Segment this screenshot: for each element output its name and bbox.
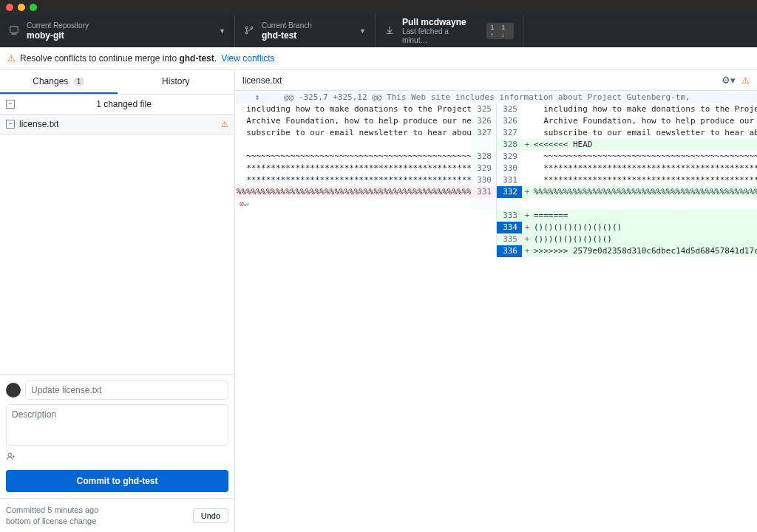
sidebar: Changes 1 History − 1 changed file − lic… [0, 70, 235, 532]
top-toolbar: Current Repository moby-git ▼ Current Br… [0, 15, 757, 47]
svg-point-4 [251, 27, 253, 29]
collapse-icon[interactable]: − [6, 100, 15, 109]
download-icon [384, 25, 395, 38]
repo-name: moby-git [27, 30, 89, 41]
commit-button[interactable]: Commit to ghd-test [6, 470, 228, 492]
repo-selector[interactable]: Current Repository moby-git ▼ [0, 15, 235, 47]
pull-sublabel: Last fetched a minut… [402, 27, 475, 45]
diff-line[interactable]: ⊘↵ [235, 198, 496, 210]
branch-icon [244, 25, 254, 38]
branch-selector[interactable]: Current Branch ghd-test ▼ [235, 15, 376, 47]
diff-panel: license.txt ⚙▾ ⚠ ⇕ @@ -325,7 +325,12 @@ … [235, 70, 757, 532]
diff-filename: license.txt [242, 75, 722, 86]
avatar [6, 383, 21, 398]
warning-icon: ⚠ [221, 120, 228, 129]
svg-rect-1 [12, 33, 17, 34]
diff-line[interactable]: 336+>>>>>>> 2579e0d2358d310c6dbec14d5d68… [497, 245, 757, 257]
chevron-down-icon: ▼ [219, 27, 225, 35]
changed-files-summary[interactable]: − 1 changed file [0, 95, 234, 115]
commit-summary-input[interactable] [25, 381, 228, 400]
diff-right-column: 325 including how to make donations to t… [496, 103, 757, 257]
hunk-header[interactable]: ⇕ @@ -325,7 +325,12 @@ This Web site inc… [235, 91, 757, 103]
svg-point-2 [245, 27, 248, 29]
diff-line[interactable]: ****************************************… [235, 174, 496, 186]
checkbox-icon[interactable]: − [6, 120, 15, 129]
diff-line[interactable]: %%%%%%%%%%%%%%%%%%%%%%%%%%%%%%%%%%%%%%%%… [235, 186, 496, 198]
diff-line[interactable]: ~~~~~~~~~~~~~~~~~~~~~~~~~~~~~~~~~~~~~~~~… [235, 151, 496, 163]
tab-changes[interactable]: Changes 1 [0, 70, 118, 94]
file-name: license.txt [19, 119, 217, 129]
svg-rect-0 [10, 26, 18, 33]
conflict-text: Resolve conflicts to continue merge into… [20, 53, 217, 64]
gear-icon[interactable]: ⚙▾ [722, 75, 736, 86]
chevron-down-icon: ▼ [359, 27, 366, 35]
diff-line[interactable]: ****************************************… [235, 163, 496, 174]
expand-icon[interactable]: ⇕ [235, 92, 279, 102]
diff-line[interactable]: 329 ~~~~~~~~~~~~~~~~~~~~~~~~~~~~~~~~~~~~… [497, 151, 757, 163]
diff-file-header: license.txt ⚙▾ ⚠ [235, 70, 757, 91]
sidebar-tabs: Changes 1 History [0, 70, 234, 95]
diff-line[interactable]: 330 ************************************… [497, 163, 757, 174]
diff-line[interactable]: 331 ************************************… [497, 174, 757, 186]
diff-line[interactable]: 332+%%%%%%%%%%%%%%%%%%%%%%%%%%%%%%%%%%%%… [497, 186, 757, 198]
changes-count: 1 [73, 78, 85, 86]
branch-name: ghd-test [262, 30, 312, 41]
view-conflicts-link[interactable]: View conflicts [221, 53, 274, 64]
last-commit-row: Committed 5 minutes ago bottom of licens… [0, 498, 234, 532]
diff-line[interactable]: 333+======= [497, 210, 757, 222]
tab-history[interactable]: History [118, 70, 235, 94]
diff-line[interactable]: Archive Foundation, how to help produce … [235, 115, 496, 127]
diff-line[interactable] [497, 198, 757, 210]
pull-button[interactable]: Pull mcdwayne Last fetched a minut… 1 ↑1… [376, 15, 523, 47]
commit-description-input[interactable]: Description [6, 404, 228, 446]
svg-point-3 [245, 32, 248, 34]
updown-badge: 1 ↑1 ↓ [486, 23, 514, 39]
close-window-icon[interactable] [6, 4, 13, 11]
branch-label: Current Branch [262, 21, 312, 30]
svg-point-5 [8, 454, 11, 457]
add-coauthor-button[interactable] [6, 450, 228, 466]
pull-label: Pull mcdwayne [402, 17, 475, 27]
diff-line[interactable]: 325 including how to make donations to t… [497, 103, 757, 115]
window-titlebar [0, 0, 757, 15]
conflict-banner: ⚠ Resolve conflicts to continue merge in… [0, 47, 757, 70]
minimize-window-icon[interactable] [18, 4, 25, 11]
diff-line[interactable] [235, 139, 496, 151]
diff-left-column: including how to make donations to the P… [235, 103, 496, 257]
main-area: Changes 1 History − 1 changed file − lic… [0, 70, 757, 532]
diff-line[interactable]: including how to make donations to the P… [235, 103, 496, 115]
maximize-window-icon[interactable] [30, 4, 37, 11]
diff-view[interactable]: ⇕ @@ -325,7 +325,12 @@ This Web site inc… [235, 91, 757, 532]
diff-line[interactable]: 327 subscribe to our email newsletter to… [497, 127, 757, 139]
repo-label: Current Repository [27, 21, 89, 30]
diff-line[interactable]: 328+<<<<<<< HEAD [497, 139, 757, 151]
undo-button[interactable]: Undo [193, 508, 228, 523]
diff-line[interactable]: 334+()()()()()()()()() [497, 222, 757, 233]
last-commit-message: bottom of license change [6, 516, 98, 526]
diff-line[interactable]: 335+()))()()()()()() [497, 233, 757, 245]
diff-line[interactable]: 326 Archive Foundation, how to help prod… [497, 115, 757, 127]
commit-form: Description Commit to ghd-test [0, 374, 234, 498]
diff-line[interactable]: subscribe to our email newsletter to hea… [235, 127, 496, 139]
warning-icon: ⚠ [741, 75, 750, 86]
warning-icon: ⚠ [7, 53, 16, 64]
last-commit-time: Committed 5 minutes ago [6, 505, 98, 515]
repo-icon [9, 25, 19, 38]
file-item[interactable]: − license.txt ⚠ [0, 115, 234, 134]
